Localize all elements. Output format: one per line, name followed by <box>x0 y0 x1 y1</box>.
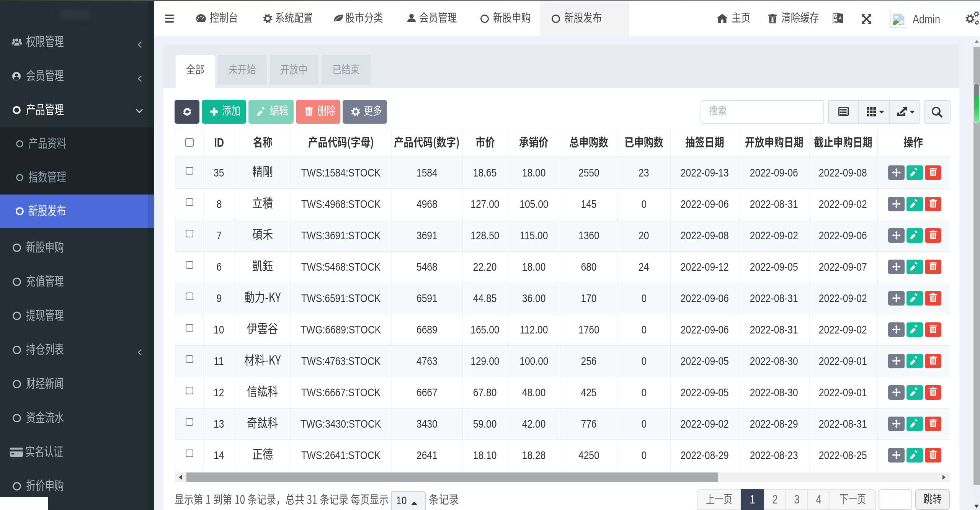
svg-text:A: A <box>839 16 842 20</box>
